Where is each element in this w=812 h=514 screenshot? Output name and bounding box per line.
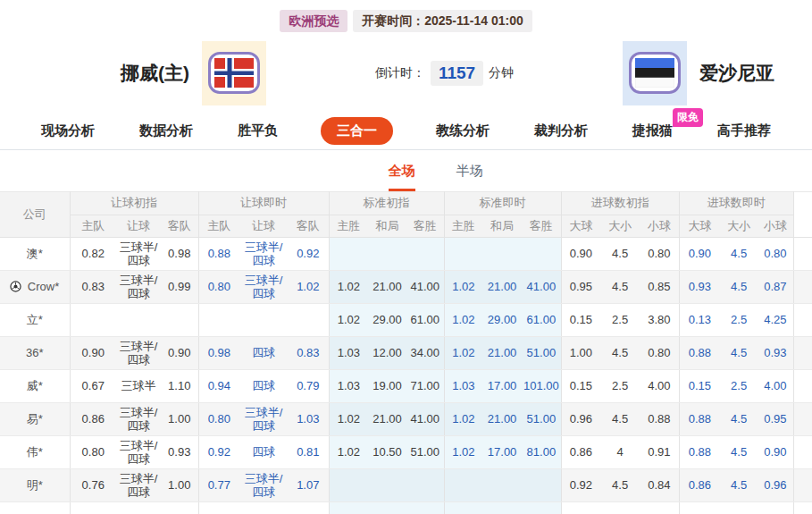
odds-cell: 1.02 (329, 435, 368, 468)
nav-tab-three-in-one[interactable]: 三合一 (321, 117, 393, 145)
odds-cell: 1.03 (288, 402, 329, 435)
odds-cell: 0.86 (679, 468, 720, 501)
odds-cell: 1.02 (444, 435, 482, 468)
table-row: 易*0.86三球半/四球1.000.80三球半/四球1.031.0221.004… (0, 402, 812, 435)
odds-cell: 41.00 (522, 270, 561, 303)
odds-cell: 4.00 (640, 369, 679, 402)
odds-cell: 三球半/四球 (116, 468, 161, 501)
table-row (0, 501, 812, 514)
odds-cell: 0.95 (561, 270, 600, 303)
group-header: 让球初指 (70, 191, 198, 215)
limited-free-badge: 限免 (673, 108, 703, 127)
match-odds-page: 欧洲预选 开赛时间：2025-11-14 01:00 挪威(主) 倒计时： (0, 0, 812, 514)
nav-tab-scene-analysis[interactable]: 现场分析 (39, 119, 96, 143)
odds-cell: 0.80 (640, 237, 679, 270)
odds-cell: 4.5 (600, 336, 640, 369)
table-row: 威*0.67三球半1.100.94四球0.791.0319.0071.001.0… (0, 369, 812, 402)
odds-cell: 0.98 (198, 336, 239, 369)
odds-cell: 三球半/四球 (239, 270, 288, 303)
nav-tab-win-draw-loss[interactable]: 胜平负 (236, 119, 280, 143)
group-header: 让球即时 (198, 191, 329, 215)
odds-cell: 1.02 (329, 303, 368, 336)
odds-cell: 0.95 (758, 402, 793, 435)
nav-tab-data-analysis[interactable]: 数据分析 (138, 119, 195, 143)
odds-cell: 0.92 (198, 435, 239, 468)
odds-cell: 0.88 (679, 435, 720, 468)
nav-tab-jiebao-cat[interactable]: 捷报猫限免 (631, 119, 674, 143)
teams-header: 挪威(主) 倒计时： 1157 分钟 (0, 32, 812, 113)
odds-cell: 1.02 (288, 270, 329, 303)
odds-cell: 12.00 (368, 336, 406, 369)
odds-cell: 29.00 (368, 303, 406, 336)
filler-cell (793, 402, 812, 435)
odds-cell: 三球半/四球 (116, 237, 161, 270)
odds-cell: 0.90 (70, 336, 116, 369)
odds-cell: 4.5 (720, 468, 758, 501)
column-header: 客胜 (522, 215, 561, 237)
odds-cell: 三球半/四球 (239, 237, 288, 270)
odds-cell: 0.86 (561, 435, 600, 468)
odds-cell: 1.07 (288, 468, 329, 501)
odds-cell: 0.80 (198, 402, 239, 435)
odds-cell: 0.80 (70, 435, 116, 468)
odds-cell: 0.86 (70, 402, 116, 435)
odds-cell (522, 468, 561, 501)
nav-tab-jiebao-cat-label: 捷报猫 (632, 122, 673, 138)
odds-cell: 2.5 (720, 303, 758, 336)
odds-cell: 3.80 (640, 303, 679, 336)
filler-cell (793, 501, 812, 514)
odds-cell: 0.80 (758, 237, 793, 270)
match-info-bar: 欧洲预选 开赛时间：2025-11-14 01:00 (0, 0, 812, 32)
table-row: 伟*0.80三球半/四球0.930.92四球0.811.0210.5051.00… (0, 435, 812, 468)
odds-cell: 61.00 (406, 303, 444, 336)
subtab-full-match[interactable]: 全场 (389, 163, 415, 191)
column-header: 和局 (368, 215, 406, 237)
odds-cell: 81.00 (522, 435, 561, 468)
column-header: 客队 (161, 215, 198, 237)
odds-cell: 0.85 (640, 270, 679, 303)
odds-cell: 0.87 (758, 270, 793, 303)
odds-cell: 0.76 (70, 468, 116, 501)
odds-cell: 1.02 (329, 402, 368, 435)
column-header: 大小 (720, 215, 758, 237)
odds-cell: 4.5 (600, 270, 640, 303)
nav-tab-expert-recommend[interactable]: 高手推荐 (716, 119, 773, 143)
column-header: 主胜 (444, 215, 482, 237)
odds-cell (368, 501, 406, 514)
odds-cell: 61.00 (522, 303, 561, 336)
odds-cell: 三球半 (116, 369, 161, 402)
odds-cell (329, 468, 368, 501)
odds-cell: 51.00 (522, 402, 561, 435)
odds-cell: 4.25 (758, 303, 793, 336)
odds-cell: 1.02 (444, 336, 482, 369)
odds-cell: 0.80 (198, 270, 239, 303)
odds-cell: 三球半/四球 (116, 336, 161, 369)
odds-cell (406, 501, 444, 514)
odds-cell (368, 237, 406, 270)
odds-cell: 0.15 (561, 303, 600, 336)
countdown-unit: 分钟 (489, 65, 514, 81)
odds-cell (679, 501, 720, 514)
odds-cell (368, 468, 406, 501)
column-header: 让球 (116, 215, 161, 237)
nav-tab-referee-analysis[interactable]: 裁判分析 (532, 119, 590, 143)
home-team: 挪威(主) (121, 41, 266, 105)
odds-cell: 1.03 (444, 369, 482, 402)
odds-cell: 19.00 (368, 369, 406, 402)
estonia-flag-icon (623, 41, 687, 105)
nav-tab-coach-analysis[interactable]: 教练分析 (434, 119, 491, 143)
company-cell: 易* (0, 402, 70, 435)
column-header: 主队 (70, 215, 116, 237)
odds-cell: 41.00 (406, 402, 444, 435)
odds-cell: 0.92 (288, 237, 329, 270)
subtab-half-match[interactable]: 半场 (456, 163, 483, 191)
odds-cell: 0.83 (288, 336, 329, 369)
odds-cell: 1.03 (329, 336, 368, 369)
column-header: 小球 (758, 215, 793, 237)
odds-cell (70, 501, 116, 514)
odds-cell (600, 501, 640, 514)
odds-cell (522, 501, 561, 514)
odds-cell: 29.00 (482, 303, 522, 336)
odds-cell (116, 303, 161, 336)
odds-cell: 0.79 (288, 369, 329, 402)
